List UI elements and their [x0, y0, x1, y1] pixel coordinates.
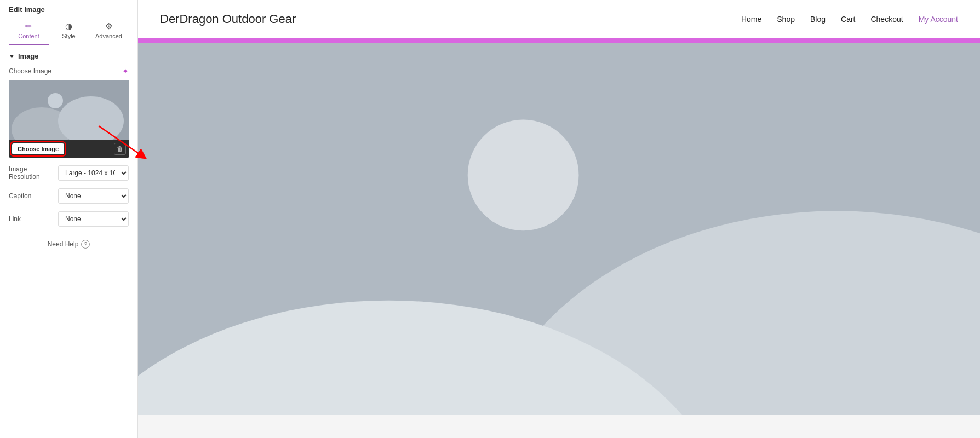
choose-image-label-text: Choose Image — [9, 67, 51, 75]
link-row: Link None Media File Custom URL — [9, 211, 129, 227]
circle-half-icon: ◑ — [65, 21, 72, 31]
site-header: DerDragon Outdoor Gear Home Shop Blog Ca… — [138, 0, 980, 38]
image-resolution-select[interactable]: Large - 1024 x 1024 Medium - 300 x 300 T… — [58, 165, 129, 181]
nav-cart[interactable]: Cart — [841, 15, 855, 24]
panel-tabs: ✏ Content ◑ Style ⚙ Advanced — [9, 18, 129, 45]
section-title: Image — [18, 52, 39, 60]
left-panel: Edit Image ✏ Content ◑ Style ⚙ Advanced … — [0, 0, 138, 438]
tab-advanced[interactable]: ⚙ Advanced — [89, 18, 129, 45]
help-icon: ? — [81, 240, 90, 249]
svg-point-9 — [468, 120, 579, 231]
choose-image-label-row: Choose Image ✦ — [9, 67, 129, 76]
canvas-area — [138, 38, 980, 438]
page-canvas — [138, 38, 980, 415]
tab-content[interactable]: ✏ Content — [9, 18, 49, 45]
nav-home[interactable]: Home — [741, 15, 761, 24]
panel-header: Edit Image ✏ Content ◑ Style ⚙ Advanced — [0, 0, 137, 45]
image-thumbnail-container: Choose Image 🗑 — [9, 80, 129, 158]
image-widget — [138, 38, 980, 415]
link-field[interactable]: None Media File Custom URL — [58, 211, 129, 227]
image-resolution-field[interactable]: Large - 1024 x 1024 Medium - 300 x 300 T… — [58, 165, 129, 181]
image-placeholder — [9, 80, 129, 140]
widget-top-bar — [138, 38, 980, 43]
magic-wand-icon: ✦ — [122, 67, 129, 76]
image-actions-bar: Choose Image 🗑 — [9, 140, 129, 158]
gear-icon: ⚙ — [105, 21, 112, 31]
link-label: Link — [9, 215, 58, 223]
nav-myaccount[interactable]: My Account — [919, 15, 958, 24]
choose-image-button[interactable]: Choose Image — [12, 143, 64, 154]
widget-image-display — [138, 43, 980, 415]
tab-style[interactable]: ◑ Style — [49, 18, 89, 45]
caption-select[interactable]: None Attachment Caption Custom Caption — [58, 188, 129, 204]
nav-checkout[interactable]: Checkout — [870, 15, 903, 24]
need-help-section[interactable]: Need Help ? — [9, 240, 129, 249]
panel-body: ▼ Image Choose Image ✦ Choose Image — [0, 45, 137, 438]
image-resolution-label: Image Resolution — [9, 165, 58, 181]
nav-blog[interactable]: Blog — [810, 15, 826, 24]
svg-point-3 — [48, 93, 63, 108]
caption-field[interactable]: None Attachment Caption Custom Caption — [58, 188, 129, 204]
need-help-text: Need Help — [48, 240, 79, 248]
section-header: ▼ Image — [9, 52, 129, 60]
main-content: DerDragon Outdoor Gear Home Shop Blog Ca… — [138, 0, 980, 438]
nav-shop[interactable]: Shop — [777, 15, 795, 24]
site-nav: Home Shop Blog Cart Checkout My Account — [741, 15, 958, 24]
link-select[interactable]: None Media File Custom URL — [58, 211, 129, 227]
image-resolution-row: Image Resolution Large - 1024 x 1024 Med… — [9, 165, 129, 181]
tab-advanced-label: Advanced — [95, 33, 122, 39]
caption-row: Caption None Attachment Caption Custom C… — [9, 188, 129, 204]
delete-image-button[interactable]: 🗑 — [114, 143, 126, 155]
pencil-icon: ✏ — [25, 21, 32, 31]
panel-title: Edit Image — [9, 5, 129, 18]
trash-icon: 🗑 — [117, 145, 123, 153]
tab-content-label: Content — [18, 33, 39, 39]
caption-label: Caption — [9, 192, 58, 200]
chevron-icon: ▼ — [9, 53, 15, 60]
site-logo: DerDragon Outdoor Gear — [160, 12, 296, 26]
tab-style-label: Style — [62, 33, 75, 39]
